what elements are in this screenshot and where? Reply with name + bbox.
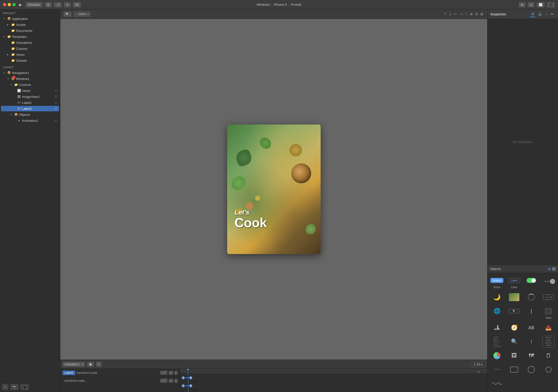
sidebar-item-assets[interactable]: ▶ 📁 Assets [1,22,59,27]
search-object-icon: 🔍 [508,307,520,316]
label1-gear-icon[interactable]: ⚙ [55,101,57,104]
object-item-globe[interactable]: 🌐 [489,305,505,321]
zoom-plus-button[interactable]: + [87,12,89,16]
object-item-textcursor[interactable]: I [523,336,540,349]
align-left-button[interactable]: ⊣ [459,12,463,16]
object-item-toggle[interactable] [523,274,540,290]
object-item-photos[interactable]: 🏞 [489,322,505,335]
sidebar-item-label1[interactable]: 🏷 Label1 ⚙ [1,100,59,105]
distribute-v-button[interactable]: ⊟ [474,12,479,16]
object-item-piechart[interactable] [489,350,505,363]
git-button[interactable]: ⎇ [54,2,62,7]
anim1-gear-icon[interactable]: ⚙ [55,119,57,122]
ruler-5s-mark: 5s [477,370,480,373]
object-item-search[interactable]: 🔍 [506,305,522,321]
close-button[interactable] [3,3,6,6]
sidebar-item-label2[interactable]: 🏷 Label2 ⚙ [1,106,59,111]
debug-button[interactable]: ✦ [64,2,71,7]
label2-gear-icon[interactable]: ⚙ [55,107,57,110]
objects-grid-view-button[interactable]: ⊞ [548,267,551,271]
rotation-add-button[interactable]: + [169,379,173,383]
app-icon-button[interactable]: ⊞ [519,2,526,7]
object-item-waveline[interactable] [489,378,505,391]
camera-button[interactable]: 📷 [10,384,18,390]
fullscreen-button[interactable] [12,3,16,6]
timeline-stop-button[interactable]: ⏹ [87,362,94,367]
sidebar-item-views[interactable]: ▶ 📁 Views [1,52,59,57]
sidebar-item-window1[interactable]: ▼ 📦! Window1 [1,76,59,81]
object-item-export[interactable]: 📤 [540,322,557,335]
object-item-button[interactable]: Button Button [489,274,505,290]
sidebar-item-documents[interactable]: 📁 Documents [1,28,59,33]
sidebar-item-imageview1[interactable]: 🖼 ImageView1 ⚙ [1,94,59,99]
objects-list-view-button[interactable]: 🖼 [552,267,556,271]
sidebar-item-navigation1[interactable]: ▼ 📦 Navigation1 [1,70,59,75]
layout2-button[interactable]: ⬛ [547,2,555,7]
run-button[interactable]: ▶ [18,2,23,7]
object-item-cursor[interactable]: | [523,305,540,321]
object-item-lorem[interactable]: Loremipsumdolor sitamet,consecte [489,336,505,349]
object-item-slider[interactable] [540,274,557,290]
object-item-linechart[interactable]: 〰 [489,364,505,377]
sidebar-item-application[interactable]: ▼ 📦 Application [1,16,59,21]
align-top-button[interactable]: ⊤ [443,12,448,16]
view1-gear-icon[interactable]: ⚙ [55,89,57,92]
object-item-activity[interactable] [523,291,540,304]
sidebar-item-animations[interactable]: 📁 Animations [1,40,59,45]
threed-button[interactable]: 3D [73,2,81,7]
inspector-share-button[interactable]: ↑ [544,11,548,17]
object-item-label[interactable]: Label Label [506,274,522,290]
sidebar-item-templates[interactable]: ▼ 📁 Templates [1,34,59,39]
layout1-button[interactable]: ⬜ [537,2,545,7]
add-item-button[interactable]: + [2,384,8,390]
search-canvas-button[interactable]: 🔍 [63,11,72,17]
imageview1-gear-icon[interactable]: ⚙ [55,95,57,98]
object-item-gallery[interactable]: 🖼 [506,350,522,363]
object-item-map[interactable]: 🗺 [523,350,540,363]
object-item-webview[interactable]: 🧭 [506,322,522,335]
align-right-button[interactable]: ⊤ [464,12,468,16]
rotation-info-button[interactable]: i [174,379,178,383]
timeline-cursor[interactable] [188,369,188,392]
distribute-h-button[interactable]: ⊞ [469,12,474,16]
object-item-note[interactable]: AB [523,322,540,335]
device-button[interactable]: 📱 [20,384,29,390]
align-bottom-button[interactable]: ⊢ [453,12,458,16]
scale-stepper-button[interactable]: ⌄⌃ [160,371,168,375]
scale-keyframe-end[interactable] [189,376,192,379]
object-item-datepicker[interactable]: Oct 11 2013Nov 12 2014 [540,336,557,349]
scale-info-button[interactable]: i [174,371,178,375]
simulator-button[interactable]: Simulator [25,2,43,7]
timeline-add-button[interactable]: + [96,362,102,367]
rotation-stepper-button[interactable]: ⌄⌃ [160,379,168,383]
sidebar-item-controls[interactable]: ▼ 📁 Controls [1,82,59,87]
sidebar-item-view1[interactable]: ⬜ View1 ⚙ [1,88,59,93]
inspector-pen-button[interactable]: ✏ [550,11,555,17]
object-item-moon[interactable]: 🌙 [489,291,505,304]
object-item-search2[interactable]: 🔍 [506,336,522,349]
label1-label: Label1 [22,101,32,105]
preview-button[interactable]: ◎ [528,2,535,7]
scale-add-button[interactable]: + [169,371,173,375]
object-item-imagepicker[interactable] [506,291,522,304]
sidebar-item-animation1[interactable]: ● Animation1 ⚙ [1,118,59,123]
sidebar-item-globals[interactable]: 📁 Globals [1,58,59,63]
object-item-stepper[interactable]: − + [540,291,557,304]
align-middle-button[interactable]: ⊥ [448,12,453,16]
object-item-pentagon[interactable] [540,364,557,377]
label-object-label: Label [511,286,517,289]
object-item-note2[interactable]: 🗒 [540,350,557,363]
inspector-grid-button[interactable]: ⊞ [530,11,535,17]
sidebar-item-objects[interactable]: ▼ 📦 Objects [1,112,59,117]
zoom-minus-button[interactable]: − [75,12,77,16]
inspector-print-button[interactable]: 🖨 [537,11,543,17]
settings-button[interactable]: ⚙ [45,2,52,7]
animation-selector[interactable]: Animation1 [62,362,85,367]
object-item-circle[interactable] [523,364,540,377]
rotation-keyframe-end[interactable] [189,384,192,387]
object-item-rect[interactable] [506,364,522,377]
align-fill-button[interactable]: ⊠ [479,12,484,16]
object-item-table[interactable]: AB CD Table [540,305,557,321]
minimize-button[interactable] [8,3,11,6]
sidebar-item-classes[interactable]: 📁 Classes [1,46,59,51]
